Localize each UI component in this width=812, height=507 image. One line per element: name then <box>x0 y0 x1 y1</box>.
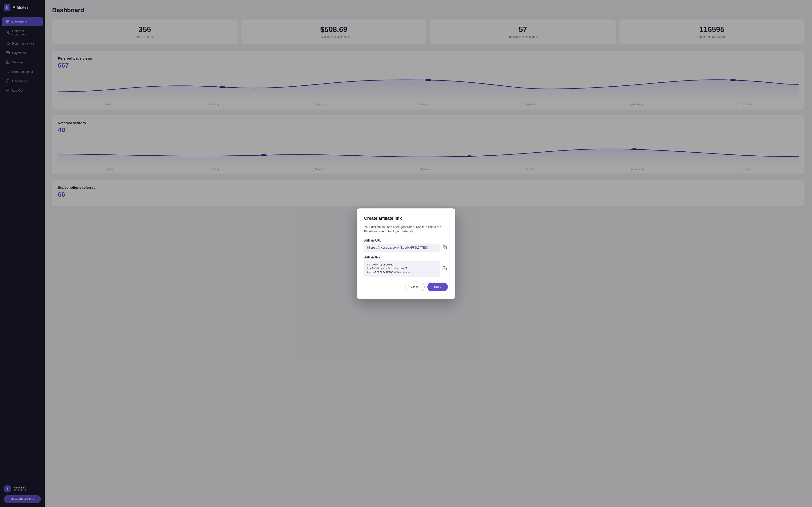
affiliate-link-row <box>364 261 448 277</box>
affiliate-url-label: Affiliate URL <box>364 239 448 242</box>
affiliate-url-row <box>364 244 448 251</box>
affiliate-link-label: Affiliate link <box>364 256 448 259</box>
svg-rect-18 <box>444 268 447 270</box>
close-button[interactable]: Close <box>405 283 424 291</box>
modal-actions: Close Back <box>364 283 448 291</box>
create-affiliate-link-modal: × Create affiliate link Your affiliate l… <box>357 209 455 299</box>
back-button[interactable]: Back <box>427 283 448 291</box>
affiliate-url-input[interactable] <box>364 244 440 251</box>
modal-title: Create affiliate link <box>364 216 448 221</box>
copy-url-button[interactable] <box>442 244 448 251</box>
svg-rect-17 <box>444 246 447 249</box>
copy-link-button[interactable] <box>442 265 448 272</box>
modal-description: Your affiliate link has been generated. … <box>364 225 448 234</box>
modal-close-button[interactable]: × <box>449 212 452 217</box>
affiliate-link-textarea[interactable] <box>364 261 440 277</box>
modal-overlay: × Create affiliate link Your affiliate l… <box>0 0 812 507</box>
